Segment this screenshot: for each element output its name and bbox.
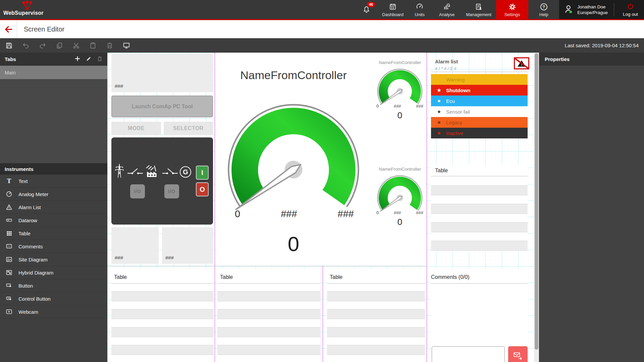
logout-label: Log out xyxy=(623,12,638,17)
canvas-scrollbar[interactable] xyxy=(534,53,539,362)
gauge-min: 0 xyxy=(376,210,379,215)
table-widget[interactable]: Table xyxy=(111,269,214,362)
alarm-row-label: Inactive xyxy=(446,130,464,136)
stop-button-label: O xyxy=(200,186,205,193)
editor-canvas[interactable]: ### Launch ComAp PC Tool MODE SELECTOR xyxy=(107,53,534,362)
alarm-star-icon: ★ xyxy=(435,109,443,114)
text-widget[interactable]: ### xyxy=(111,227,159,264)
table-row xyxy=(327,327,425,337)
start-button[interactable]: I xyxy=(196,166,209,180)
breaker-open-icon xyxy=(127,167,143,178)
table-widget[interactable]: Table xyxy=(327,269,425,362)
sidebar-item-button[interactable]: Button xyxy=(0,279,107,292)
sidebar-item-analog-meter[interactable]: Analog Meter xyxy=(0,188,107,201)
instrument-label: Table xyxy=(18,231,31,236)
instrument-label: Site Diagram xyxy=(18,257,48,262)
io-button-left[interactable]: I/O xyxy=(130,184,145,198)
instrument-label: Comments xyxy=(18,244,43,249)
alarm-row: ★ Inactive xyxy=(431,128,528,138)
hybrid-diagram-icon xyxy=(5,269,13,276)
app-logo[interactable]: WebSupervisor xyxy=(0,0,70,19)
top-navigation: 46 Dashboard xyxy=(354,0,644,19)
user-menu[interactable]: Jonathan Doe Europe/Prague Log out xyxy=(559,0,644,19)
launch-pc-tool-button[interactable]: Launch ComAp PC Tool xyxy=(111,96,213,117)
table-widget[interactable]: Table xyxy=(431,165,528,251)
instruments-panel-header: Instruments xyxy=(0,163,107,175)
mode-button[interactable]: MODE xyxy=(111,122,161,135)
alarm-list-title: Alarm list xyxy=(435,59,458,64)
undo-button[interactable] xyxy=(22,42,30,49)
stop-button[interactable]: O xyxy=(196,182,209,196)
paste-button[interactable] xyxy=(89,42,97,49)
gauge-mid: ### xyxy=(394,210,401,215)
sidebar-item-hybrid-diagram[interactable]: Hybrid Diagram xyxy=(0,266,107,279)
breaker-closed-icon xyxy=(162,167,178,178)
small-analog-gauge[interactable] xyxy=(375,67,425,109)
control-panel-widget[interactable]: G I I/O I/O O xyxy=(111,137,213,225)
io-button-right[interactable]: I/O xyxy=(164,184,179,198)
edit-tab-button[interactable] xyxy=(86,56,92,63)
sidebar-item-text[interactable]: T Text xyxy=(0,175,107,188)
instrument-label: Datarow xyxy=(18,218,37,223)
preview-button[interactable] xyxy=(123,42,130,49)
last-saved-status: Last saved: 2019-09-04 12:50:54 xyxy=(565,43,639,48)
sidebar-item-alarm-list[interactable]: Alarm List xyxy=(0,201,107,214)
small-analog-gauge[interactable] xyxy=(375,174,425,216)
sidebar-item-table[interactable]: Table xyxy=(0,227,107,240)
large-analog-gauge[interactable] xyxy=(220,100,367,219)
nav-help[interactable]: ? Help xyxy=(528,0,559,19)
nav-dashboard[interactable]: Dashboard xyxy=(379,0,407,19)
comments-widget[interactable]: Comments (0/0) xyxy=(431,269,528,362)
small-gauge-scale: 0 ### ### xyxy=(376,104,423,109)
delete-tab-button[interactable] xyxy=(97,56,103,63)
alarm-row-label: Sensor fail xyxy=(446,109,470,115)
delete-button[interactable] xyxy=(106,42,113,49)
save-button[interactable] xyxy=(5,42,13,49)
small-gauge-value: 0 xyxy=(383,110,417,121)
alarm-notifications-button[interactable]: 46 xyxy=(354,0,379,19)
alarm-row-label: Ecu xyxy=(446,98,455,104)
nav-units[interactable]: Units xyxy=(407,0,432,19)
selector-button[interactable]: SELECTOR xyxy=(164,122,213,135)
warning-triangle-icon xyxy=(5,204,13,210)
table-widget[interactable]: Table xyxy=(217,269,320,362)
table-grid-icon xyxy=(5,230,13,237)
logout-button[interactable]: Log out xyxy=(620,3,641,17)
user-timezone: Europe/Prague xyxy=(577,10,608,15)
instruments-header-label: Instruments xyxy=(5,166,34,172)
tab-item-main[interactable]: Main xyxy=(0,66,107,79)
back-button[interactable] xyxy=(0,20,17,38)
comment-input[interactable] xyxy=(432,346,505,362)
sidebar-item-control-button[interactable]: Control Button xyxy=(0,292,107,305)
small-gauge-title: NameFromController xyxy=(371,60,429,65)
copy-button[interactable] xyxy=(56,42,63,49)
user-avatar-icon xyxy=(564,4,574,15)
scrollbar-thumb[interactable] xyxy=(535,53,538,350)
properties-title: Properties xyxy=(545,56,570,62)
widget-boundary-line xyxy=(323,266,323,362)
sidebar-item-comments[interactable]: Comments xyxy=(0,240,107,253)
user-divider xyxy=(614,3,614,16)
nav-management[interactable]: Management xyxy=(461,0,496,19)
text-widget[interactable]: ### xyxy=(111,54,213,92)
sidebar-item-site-diagram[interactable]: Site Diagram xyxy=(0,253,107,266)
instrument-label: Webcam xyxy=(18,309,38,315)
sidebar-item-datarow[interactable]: Datarow xyxy=(0,214,107,227)
alarm-star-icon: ★ xyxy=(435,120,443,125)
gauge-min: 0 xyxy=(376,104,379,109)
nav-analyse[interactable]: Analyse xyxy=(432,0,461,19)
text-widget[interactable]: ### xyxy=(162,227,213,264)
nav-settings-active[interactable]: Settings xyxy=(496,0,528,19)
alarm-list-widget[interactable]: Alarm list # / * # / Σ # Warning ★ Shutd… xyxy=(431,55,528,139)
cut-button[interactable] xyxy=(72,42,80,49)
widget-boundary-line xyxy=(427,53,427,362)
table-row xyxy=(111,327,214,337)
gauge-mid: ### xyxy=(281,208,297,220)
dashboard-icon xyxy=(389,3,396,11)
add-tab-button[interactable] xyxy=(74,56,80,63)
comments-title: Comments (0/0) xyxy=(431,274,470,280)
sidebar-item-webcam[interactable]: Webcam xyxy=(0,305,107,318)
tabs-panel-header: Tabs xyxy=(0,53,107,66)
send-comment-button[interactable] xyxy=(508,346,528,362)
redo-button[interactable] xyxy=(39,42,46,49)
